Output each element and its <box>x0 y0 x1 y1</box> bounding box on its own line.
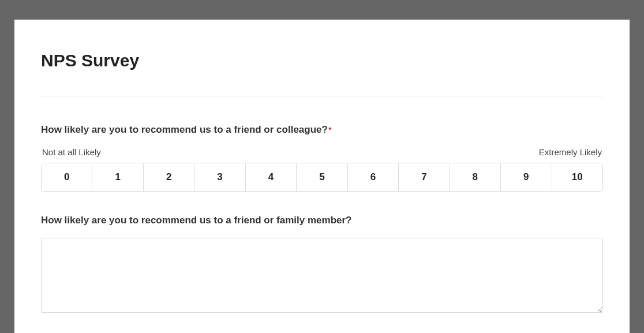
survey-title: NPS Survey <box>41 51 603 70</box>
scale-low-label: Not at all Likely <box>42 147 101 157</box>
question-text: How likely are you to recommend us to a … <box>41 215 351 226</box>
question-nps-scale: How likely are you to recommend us to a … <box>41 124 603 192</box>
scale-high-label: Extremely Likely <box>539 147 602 157</box>
rating-option-0[interactable]: 0 <box>42 163 92 191</box>
rating-option-1[interactable]: 1 <box>92 163 143 191</box>
rating-option-9[interactable]: 9 <box>501 163 552 191</box>
rating-option-2[interactable]: 2 <box>144 163 194 191</box>
rating-option-7[interactable]: 7 <box>399 163 450 191</box>
open-text-input[interactable] <box>41 238 603 313</box>
question-open-text: How likely are you to recommend us to a … <box>41 215 603 315</box>
rating-option-8[interactable]: 8 <box>450 163 501 191</box>
rating-scale: 0 1 2 3 4 5 6 7 8 9 10 <box>41 163 603 192</box>
rating-option-4[interactable]: 4 <box>246 163 297 191</box>
rating-option-3[interactable]: 3 <box>194 163 245 191</box>
rating-option-10[interactable]: 10 <box>552 163 602 191</box>
question-label: How likely are you to recommend us to a … <box>41 124 603 136</box>
question-label: How likely are you to recommend us to a … <box>41 215 603 226</box>
survey-page: NPS Survey How likely are you to recomme… <box>14 20 630 333</box>
rating-option-6[interactable]: 6 <box>348 163 399 191</box>
scale-anchor-labels: Not at all Likely Extremely Likely <box>41 147 603 157</box>
rating-option-5[interactable]: 5 <box>297 163 347 191</box>
question-text: How likely are you to recommend us to a … <box>41 124 328 135</box>
required-indicator: * <box>328 125 332 134</box>
title-divider <box>41 96 603 96</box>
